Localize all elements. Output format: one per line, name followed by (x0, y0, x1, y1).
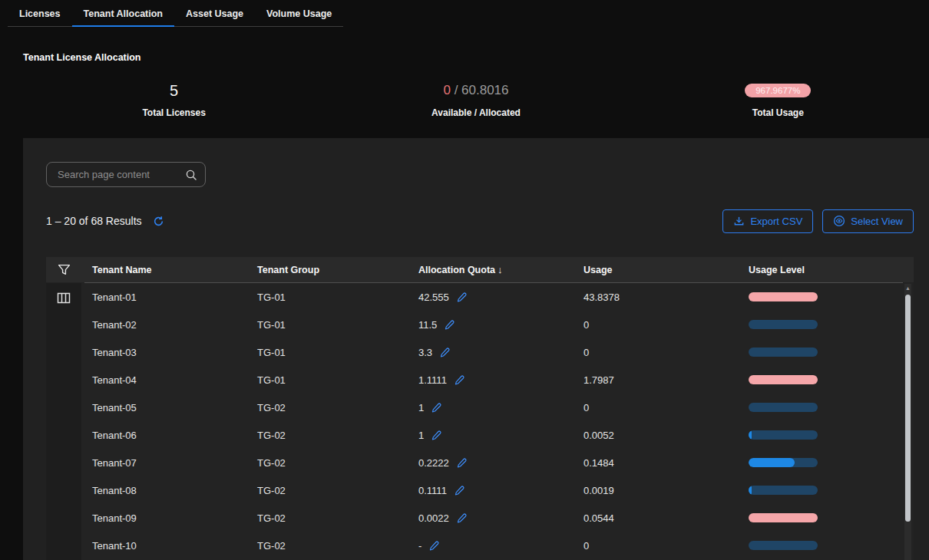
usage-level-cell (738, 375, 914, 384)
search-input[interactable] (56, 168, 185, 181)
tenant-group-cell: TG-02 (246, 512, 408, 524)
table-row: Tenant-09TG-020.0022 0.0544 (81, 504, 914, 532)
tenant-group-cell: TG-01 (246, 374, 408, 386)
tab-volume-usage[interactable]: Volume Usage (255, 0, 343, 26)
column-header-allocation-quota[interactable]: Allocation Quota↓ (408, 264, 573, 275)
tenant-name-cell: Tenant-07 (81, 457, 246, 469)
scrollbar-up-icon[interactable]: ▲ (904, 285, 911, 292)
usage-level-cell (738, 458, 914, 467)
stat-available-allocated: 0 / 60.8016 Available / Allocated (325, 81, 626, 118)
total-licenses-value: 5 (170, 82, 178, 100)
table-row: Tenant-03TG-013.3 0 (81, 338, 914, 366)
usage-level-pill (749, 320, 818, 329)
usage-level-cell (738, 486, 914, 495)
usage-level-cell (738, 541, 914, 550)
column-header-usage-level[interactable]: Usage Level (738, 265, 914, 275)
scrollbar-thumb[interactable] (905, 295, 911, 522)
pencil-edit-icon[interactable] (444, 319, 455, 331)
table-row: Tenant-01TG-0142.555 43.8378 (81, 283, 914, 311)
refresh-icon[interactable] (153, 216, 164, 227)
tab-asset-usage[interactable]: Asset Usage (174, 0, 255, 26)
tenant-group-cell: TG-01 (246, 292, 408, 303)
tab-tenant-allocation[interactable]: Tenant Allocation (72, 0, 174, 27)
search-box[interactable] (46, 162, 206, 187)
filter-funnel-icon[interactable] (46, 264, 81, 276)
usage-level-pill (749, 430, 818, 440)
column-settings-icon[interactable] (57, 292, 71, 304)
usage-cell: 43.8378 (573, 292, 738, 303)
table-row: Tenant-06TG-021 0.0052 (81, 421, 914, 449)
usage-cell: 0.0019 (573, 485, 738, 496)
allocation-quota-cell: 42.555 (408, 292, 573, 303)
usage-cell: 0.1484 (573, 457, 738, 469)
pencil-edit-icon[interactable] (456, 457, 468, 469)
usage-level-fill (749, 458, 795, 467)
table-row: Tenant-08TG-020.1111 0.0019 (81, 476, 914, 504)
tenant-name-cell: Tenant-10 (81, 540, 246, 552)
usage-level-pill (749, 486, 818, 495)
pencil-edit-icon[interactable] (428, 540, 440, 552)
usage-cell: 0.0052 (573, 430, 738, 441)
usage-level-cell (738, 320, 914, 329)
allocation-quota-cell: 1.1111 (408, 374, 573, 386)
allocation-quota-value: 0.1111 (418, 485, 447, 496)
usage-cell: 0 (573, 347, 738, 358)
allocation-quota-value: - (418, 540, 422, 552)
results-row: 1 – 20 of 68 Results Export CSV Select V… (46, 209, 914, 233)
usage-level-cell (738, 403, 914, 412)
stat-total-licenses: 5 Total Licenses (23, 81, 325, 118)
allocation-quota-cell: 3.3 (408, 347, 573, 358)
usage-cell: 1.7987 (573, 374, 738, 386)
total-usage-badge: 967.9677% (745, 84, 811, 97)
column-header-usage[interactable]: Usage (573, 265, 738, 275)
pencil-edit-icon[interactable] (431, 402, 442, 413)
stats-row: 5 Total Licenses 0 / 60.8016 Available /… (23, 81, 929, 118)
table-scrollbar[interactable]: ▲ (904, 284, 911, 560)
usage-level-cell (738, 292, 914, 301)
total-licenses-label: Total Licenses (23, 107, 325, 118)
tab-licenses[interactable]: Licenses (8, 0, 72, 26)
tenant-name-cell: Tenant-09 (81, 512, 246, 524)
pencil-edit-icon[interactable] (431, 430, 442, 441)
table-row: Tenant-02TG-0111.5 0 (81, 311, 914, 338)
tenant-name-cell: Tenant-05 (81, 402, 246, 413)
tenant-group-cell: TG-02 (246, 540, 408, 552)
export-csv-button[interactable]: Export CSV (722, 209, 813, 233)
usage-level-pill (749, 348, 818, 357)
table-row: Tenant-04TG-011.1111 1.7987 (81, 366, 914, 394)
column-header-tenant-group[interactable]: Tenant Group (246, 265, 408, 275)
allocation-quota-value: 0.2222 (418, 457, 449, 469)
pencil-edit-icon[interactable] (454, 485, 465, 496)
usage-level-pill (749, 403, 818, 412)
pencil-edit-icon[interactable] (456, 512, 468, 524)
tenant-name-cell: Tenant-01 (81, 292, 246, 303)
usage-level-fill (749, 486, 752, 495)
usage-cell: 0 (573, 319, 738, 331)
tenant-group-cell: TG-01 (246, 347, 408, 358)
allocation-quota-value: 42.555 (418, 292, 449, 303)
usage-cell: 0 (573, 540, 738, 552)
allocation-quota-value: 1 (418, 430, 424, 441)
pencil-edit-icon[interactable] (454, 374, 465, 386)
allocation-quota-cell: 1 (408, 430, 573, 441)
usage-level-cell (738, 513, 914, 522)
magnifier-icon[interactable] (185, 169, 197, 181)
select-view-label: Select View (851, 216, 903, 227)
tenant-name-cell: Tenant-06 (81, 430, 246, 441)
pencil-edit-icon[interactable] (456, 292, 468, 303)
tenant-group-cell: TG-01 (246, 319, 408, 331)
allocation-quota-cell: 0.2222 (408, 457, 573, 469)
tenant-name-cell: Tenant-04 (81, 374, 246, 386)
usage-level-pill (749, 458, 818, 467)
allocation-quota-value: 3.3 (418, 347, 432, 358)
allocation-quota-cell: 11.5 (408, 319, 573, 331)
usage-level-pill (749, 292, 818, 301)
column-header-tenant-name[interactable]: Tenant Name (81, 265, 246, 275)
table-rows: Tenant-01TG-0142.555 43.8378Tenant-02TG-… (81, 283, 914, 560)
usage-level-cell (738, 430, 914, 440)
allocation-quota-cell: 0.1111 (408, 485, 573, 496)
select-view-button[interactable]: Select View (822, 209, 914, 233)
eye-icon (833, 215, 845, 227)
allocation-quota-value: 1 (418, 402, 424, 413)
pencil-edit-icon[interactable] (439, 347, 451, 358)
